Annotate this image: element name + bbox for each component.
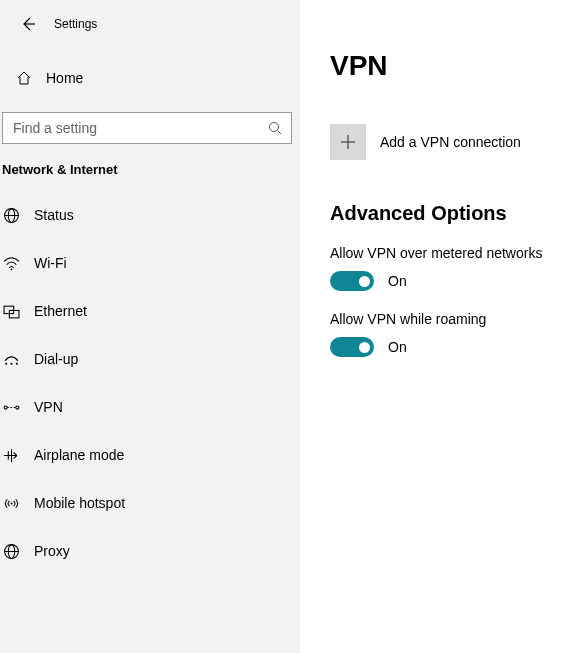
toggle-state: On xyxy=(388,339,407,355)
nav-label: Mobile hotspot xyxy=(34,495,125,511)
sidebar: Settings Home Network & Internet Status xyxy=(0,0,300,653)
nav-list: Status Wi-Fi Ethernet Dial-up VPN xyxy=(0,191,300,575)
proxy-icon xyxy=(2,542,20,560)
vpn-icon xyxy=(2,398,20,416)
toggle-metered[interactable] xyxy=(330,271,374,291)
svg-point-12 xyxy=(4,405,7,408)
svg-point-13 xyxy=(15,405,18,408)
add-vpn-button[interactable]: Add a VPN connection xyxy=(330,124,583,160)
nav-label: Status xyxy=(34,207,74,223)
home-nav[interactable]: Home xyxy=(0,58,300,98)
main-panel: VPN Add a VPN connection Advanced Option… xyxy=(300,0,583,653)
nav-label: Dial-up xyxy=(34,351,78,367)
wifi-icon xyxy=(2,254,20,272)
option-label: Allow VPN while roaming xyxy=(330,311,583,327)
nav-item-dialup[interactable]: Dial-up xyxy=(0,335,300,383)
globe-icon xyxy=(2,206,20,224)
plus-tile xyxy=(330,124,366,160)
hotspot-icon xyxy=(2,494,20,512)
option-control: On xyxy=(330,337,583,357)
search-box[interactable] xyxy=(2,112,292,144)
svg-point-9 xyxy=(5,362,7,364)
app-title: Settings xyxy=(54,17,97,31)
toggle-roaming[interactable] xyxy=(330,337,374,357)
nav-label: VPN xyxy=(34,399,63,415)
dialup-icon xyxy=(2,350,20,368)
add-vpn-label: Add a VPN connection xyxy=(380,134,521,150)
svg-point-1 xyxy=(270,123,279,132)
nav-label: Airplane mode xyxy=(34,447,124,463)
nav-item-hotspot[interactable]: Mobile hotspot xyxy=(0,479,300,527)
nav-item-ethernet[interactable]: Ethernet xyxy=(0,287,300,335)
airplane-icon xyxy=(2,446,20,464)
svg-line-2 xyxy=(278,131,282,135)
svg-point-15 xyxy=(10,502,12,504)
home-label: Home xyxy=(46,70,83,86)
plus-icon xyxy=(339,133,357,151)
nav-item-wifi[interactable]: Wi-Fi xyxy=(0,239,300,287)
nav-item-vpn[interactable]: VPN xyxy=(0,383,300,431)
header: Settings xyxy=(0,10,300,38)
nav-label: Wi-Fi xyxy=(34,255,67,271)
svg-point-10 xyxy=(10,362,12,364)
category-header: Network & Internet xyxy=(0,162,300,191)
option-metered: Allow VPN over metered networks On xyxy=(330,245,583,291)
search-container xyxy=(2,112,292,144)
nav-item-airplane[interactable]: Airplane mode xyxy=(0,431,300,479)
option-label: Allow VPN over metered networks xyxy=(330,245,583,261)
option-control: On xyxy=(330,271,583,291)
page-title: VPN xyxy=(330,50,583,82)
toggle-state: On xyxy=(388,273,407,289)
advanced-options-header: Advanced Options xyxy=(330,202,583,225)
ethernet-icon xyxy=(2,302,20,320)
search-icon xyxy=(267,120,283,136)
nav-item-proxy[interactable]: Proxy xyxy=(0,527,300,575)
svg-point-11 xyxy=(15,362,17,364)
search-input[interactable] xyxy=(3,113,291,143)
nav-label: Ethernet xyxy=(34,303,87,319)
home-icon xyxy=(14,70,34,86)
back-button[interactable] xyxy=(14,10,42,38)
back-arrow-icon xyxy=(20,16,36,32)
option-roaming: Allow VPN while roaming On xyxy=(330,311,583,357)
svg-point-6 xyxy=(10,268,12,270)
nav-label: Proxy xyxy=(34,543,70,559)
nav-item-status[interactable]: Status xyxy=(0,191,300,239)
